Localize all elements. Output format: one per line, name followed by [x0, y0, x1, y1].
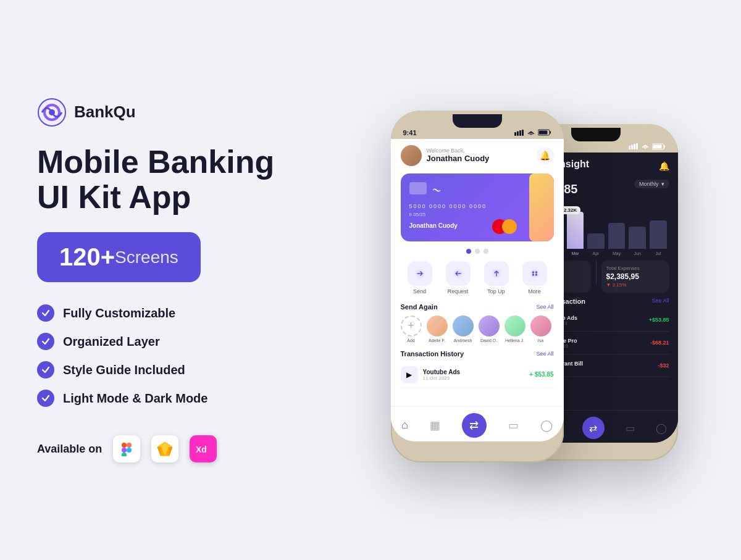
svg-rect-28: [535, 271, 537, 273]
svg-marker-12: [169, 447, 172, 456]
svg-rect-29: [532, 274, 534, 275]
brand: BankQu: [37, 98, 321, 127]
nav-home[interactable]: ⌂: [401, 419, 408, 432]
feature-style-guide: Style Guide Included: [37, 361, 321, 378]
contactless-icon: [430, 186, 443, 194]
contact-hellena[interactable]: Hellena J.: [504, 316, 525, 343]
dark-nav-cards[interactable]: ▭: [626, 422, 635, 434]
time-light: 9:41: [403, 129, 417, 136]
card-gold-strip: [529, 173, 554, 241]
contact-add-label: Add: [407, 338, 414, 343]
svg-rect-36: [664, 145, 665, 148]
nav-cards[interactable]: ▭: [508, 419, 519, 432]
transaction-history-title: Transaction History: [401, 350, 464, 357]
svg-rect-22: [538, 131, 547, 135]
bar-mar-label: Mar: [571, 251, 579, 256]
brand-name: BankQu: [74, 102, 136, 122]
contact-david[interactable]: David O.: [479, 316, 500, 343]
add-contact-btn[interactable]: +: [401, 316, 422, 336]
bar-jul-fill: [650, 220, 667, 249]
card-expiry: tt 05/25: [409, 212, 545, 217]
feature-text-style-guide: Style Guide Included: [63, 363, 185, 377]
trans-amount-youtube: + $53.85: [529, 371, 553, 378]
nav-transfer[interactable]: ⇄: [462, 413, 487, 438]
transaction-see-all[interactable]: See All: [536, 351, 553, 357]
nav-chart[interactable]: ▦: [430, 419, 440, 432]
svg-rect-18: [519, 130, 521, 136]
welcome-row: Welcome Back, Jonathan Cuody 🔔: [401, 145, 554, 166]
action-request[interactable]: Request: [446, 261, 471, 295]
light-phone-content: Welcome Back, Jonathan Cuody 🔔: [391, 139, 564, 394]
bar-mar: Mar: [567, 212, 584, 256]
contact-david-name: David O.: [480, 338, 497, 343]
svg-rect-27: [532, 271, 534, 273]
svg-text:Xd: Xd: [196, 445, 207, 454]
svg-rect-5: [122, 448, 127, 453]
dark-trans-amount-dribbble: -$68.21: [650, 340, 669, 346]
action-send[interactable]: Send: [408, 261, 432, 295]
send-icon: [408, 261, 432, 286]
dot-active: [466, 249, 471, 254]
sketch-icon: [151, 435, 178, 462]
bar-jul: Jul: [650, 220, 667, 256]
total-expense-value: $2,385,95: [606, 272, 664, 281]
phone-light: 9:41 Welcome Back, Jon: [391, 111, 564, 462]
user-avatar: [401, 145, 422, 166]
action-topup-label: Top Up: [487, 288, 505, 295]
contact-andmesh[interactable]: Andmesh: [453, 316, 474, 343]
request-icon: [446, 261, 471, 286]
period-selector[interactable]: Monthly ▾: [634, 180, 669, 188]
notification-bell-icon[interactable]: 🔔: [537, 147, 554, 164]
check-icon-modes: [37, 390, 54, 407]
period-label: Monthly: [639, 181, 659, 187]
mastercard-logo: [492, 219, 517, 234]
right-panel: 9:41 Welcome Back, Jon: [346, 25, 704, 535]
chevron-down-icon: ▾: [661, 181, 664, 187]
dot-inactive-1: [475, 249, 480, 254]
send-again-see-all[interactable]: See All: [536, 304, 553, 310]
svg-point-26: [530, 269, 539, 278]
available-on-section: Available on: [37, 435, 321, 462]
svg-point-7: [127, 448, 132, 453]
bar-may-fill: [608, 223, 626, 249]
bar-apr-fill: [587, 233, 605, 249]
available-label: Available on: [37, 443, 102, 456]
svg-rect-6: [122, 453, 127, 456]
bar-jun-fill: [629, 227, 646, 249]
trans-name-youtube: Youtube Ads: [423, 369, 525, 375]
features-list: Fully Customizable Organized Layer Style…: [37, 304, 321, 407]
svg-rect-32: [631, 145, 633, 150]
send-again-header: Send Again See All: [401, 303, 554, 311]
dark-bell-icon[interactable]: 🔔: [659, 161, 669, 171]
bar-jun-label: Jun: [634, 251, 641, 256]
svg-rect-4: [127, 443, 132, 448]
contact-andmesh-name: Andmesh: [454, 338, 472, 343]
svg-rect-33: [634, 144, 635, 149]
trans-date-youtube: 11 Oct 2023: [423, 375, 525, 381]
svg-rect-21: [550, 132, 551, 134]
dark-nav-transfer[interactable]: ⇄: [582, 417, 605, 439]
recent-see-all[interactable]: See All: [651, 298, 669, 305]
action-topup[interactable]: Top Up: [484, 261, 509, 295]
contact-adelle[interactable]: Adelle F.: [427, 316, 448, 343]
check-icon-style-guide: [37, 361, 54, 378]
transaction-history-header: Transaction History See All: [401, 350, 554, 357]
bar-may-label: May: [613, 251, 621, 256]
figma-icon: [113, 435, 140, 462]
contacts-row: + Add Adelle F. Andmesh: [401, 316, 554, 343]
action-send-label: Send: [413, 288, 426, 295]
svg-rect-17: [517, 131, 519, 136]
user-name: Jonathan Cuody: [427, 154, 537, 163]
main-container: BankQu Mobile Banking UI Kit App 120+ Sc…: [0, 0, 741, 560]
total-expense-box: Total Expenses $2,385,95 ▼ 2,15%: [601, 261, 669, 293]
action-more[interactable]: More: [522, 261, 547, 295]
contact-add[interactable]: + Add: [401, 316, 422, 343]
main-title: Mobile Banking UI Kit App: [37, 144, 321, 215]
dark-nav-profile[interactable]: ◯: [656, 422, 667, 434]
screens-label: Screens: [115, 248, 178, 267]
nav-profile[interactable]: ◯: [540, 419, 553, 432]
contact-isa[interactable]: Isa: [530, 316, 551, 343]
svg-rect-34: [636, 143, 638, 149]
bar-apr-label: Apr: [593, 251, 600, 256]
bar-jul-label: Jul: [655, 251, 661, 256]
